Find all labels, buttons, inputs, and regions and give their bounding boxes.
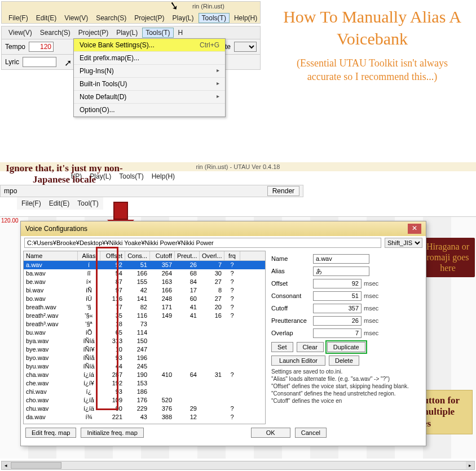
annotation-hiragana: Hiragana or romaji goes here: [421, 238, 475, 277]
edit-freq-map-button[interactable]: Edit freq. map: [25, 428, 76, 438]
horizontal-scrollbar[interactable]: ◂ ▸: [1, 461, 475, 470]
col-alias[interactable]: Alias: [78, 251, 100, 260]
col-overlap[interactable]: Overl...: [200, 251, 224, 260]
menu-search[interactable]: Search(S): [92, 13, 130, 23]
dropdown-builtin-tools[interactable]: Built-in Tools(U) ▸: [74, 78, 225, 91]
scrollbar-thumb[interactable]: [11, 462, 61, 469]
table-row[interactable]: bi.wavíÑ9742166178?: [24, 286, 265, 295]
sample-list: Name Alias Offset Cons... Cutoff Preut..…: [23, 251, 266, 424]
menu-tools[interactable]: Tools(T): [199, 13, 230, 23]
unit-msec: msec: [364, 292, 378, 299]
menu2-search[interactable]: Search(S): [37, 28, 74, 38]
col-cutoff[interactable]: Cutoff: [150, 251, 175, 260]
table-row[interactable]: chi.waví¿93186: [24, 388, 265, 396]
tempo-input[interactable]: [29, 42, 54, 52]
menu3-help[interactable]: Help(H): [148, 171, 178, 181]
render-button[interactable]: Render: [267, 186, 299, 196]
menu2-project[interactable]: Project(P): [75, 28, 112, 38]
help-text: Settings are saved to oto.ini. "Alias" l…: [271, 368, 422, 405]
unit-msec: msec: [364, 330, 378, 336]
cutoff-field[interactable]: [313, 304, 362, 313]
unit-msec: msec: [364, 305, 378, 312]
alias-field[interactable]: [313, 266, 369, 276]
scroll-right-icon[interactable]: ▸: [466, 461, 474, 469]
table-row[interactable]: che.waví¿í¥192153: [24, 379, 265, 388]
name-field[interactable]: [313, 254, 369, 264]
unit-msec: msec: [364, 280, 378, 287]
alias-label: Alias: [271, 268, 313, 274]
note-select[interactable]: [234, 42, 257, 52]
dropdown-edit-prefix-map[interactable]: Edit prefix.map(E)...: [74, 52, 225, 65]
dropdown-item-label: Voice Bank Settings(S)...: [80, 41, 155, 49]
dropdown-voice-bank-settings[interactable]: Voice Bank Settings(S)... Ctrl+G: [74, 39, 225, 52]
table-row[interactable]: byu.wavíÑíä44245: [24, 362, 265, 371]
menu2-h[interactable]: H: [175, 28, 187, 38]
inner-menu-file[interactable]: File(F): [18, 198, 45, 208]
col-frq[interactable]: frq: [224, 251, 240, 260]
table-row[interactable]: bye.wavíÑí¥10247: [24, 345, 265, 354]
preutterance-field[interactable]: [313, 316, 362, 326]
menubar-1: File(F) Edit(E) View(V) Search(S) Projec…: [5, 13, 261, 23]
set-button[interactable]: Set: [271, 342, 293, 352]
duplicate-button[interactable]: Duplicate: [327, 342, 365, 352]
menu-project[interactable]: Project(P): [131, 13, 168, 23]
launch-editor-button[interactable]: Launch Editor: [271, 356, 325, 366]
tutorial-subtitle: (Essential UTAU Toolkit isn't always acc…: [282, 56, 462, 84]
table-row[interactable]: breath.wav'§77821714120?: [24, 303, 265, 312]
consonant-label: Consonant: [271, 292, 313, 299]
table-row[interactable]: da.waví¾2214338812?: [24, 413, 265, 421]
table-row[interactable]: cho.waví¿íå109176520: [24, 396, 265, 405]
unit-msec: msec: [364, 317, 378, 324]
col-consonant[interactable]: Cons...: [125, 251, 150, 260]
dropdown-note-default[interactable]: Note Default(D) ▸: [74, 91, 225, 104]
dialog-title: Voice Configurations: [25, 225, 87, 233]
table-row[interactable]: be.waví×871551638427?: [24, 278, 265, 286]
overlap-field[interactable]: [313, 328, 362, 338]
lyric-input[interactable]: [23, 57, 56, 67]
tempo-label: Tempo: [5, 43, 25, 51]
menu-file[interactable]: File(F): [5, 13, 32, 23]
close-button[interactable]: ✕: [408, 224, 421, 234]
cancel-button[interactable]: Cancel: [295, 428, 327, 438]
offset-field[interactable]: [313, 279, 362, 288]
dropdown-plug-ins[interactable]: Plug-Ins(N) ▸: [74, 65, 225, 78]
table-row[interactable]: ba.wavíî541662646830?: [24, 269, 265, 278]
table-row[interactable]: bya.wavíÑíá313150: [24, 337, 265, 345]
tempo-fragment: mpo Render: [0, 185, 303, 197]
clear-button[interactable]: Clear: [297, 342, 324, 352]
menu-help[interactable]: Help(H): [231, 13, 261, 23]
menu-edit[interactable]: Edit(E): [33, 13, 60, 23]
encoding-select[interactable]: Shift_JIS: [385, 238, 422, 248]
name-label: Name: [271, 255, 313, 262]
list-rows[interactable]: a.waví9251357267?ba.wavíî541662646830?be…: [24, 261, 265, 424]
table-row[interactable]: breath².wav'§«351161494116?: [24, 312, 265, 320]
menu-play[interactable]: Play(L): [169, 13, 197, 23]
consonant-field[interactable]: [313, 291, 362, 301]
col-preutterance[interactable]: Preut...: [175, 251, 200, 260]
menu2-view[interactable]: View(V): [5, 28, 36, 38]
col-name[interactable]: Name: [24, 251, 78, 260]
table-row[interactable]: cha.waví¿íá2871904106431?: [24, 371, 265, 379]
menu2-tools[interactable]: Tools(T): [142, 28, 173, 38]
inner-menu-tool[interactable]: Tool(T): [74, 198, 102, 208]
table-row[interactable]: a.waví9251357267?: [24, 261, 265, 269]
dropdown-option[interactable]: Option(O)...: [74, 104, 225, 117]
voicebank-path-input[interactable]: [24, 238, 381, 248]
ok-button[interactable]: OK: [251, 428, 290, 438]
table-row[interactable]: bo.wavíÚ1161412486027?: [24, 295, 265, 303]
col-offset[interactable]: Offset: [100, 251, 125, 260]
menu2-play[interactable]: Play(L): [113, 28, 141, 38]
init-freq-map-button[interactable]: Initialize freq. map: [81, 428, 143, 438]
delete-button[interactable]: Delete: [329, 356, 359, 366]
table-row[interactable]: bu.wavíÕ65114: [24, 328, 265, 337]
menu-view[interactable]: View(V): [61, 13, 91, 23]
tutorial-heading-block: How To Manually Alias A Voicebank (Essen…: [282, 6, 462, 84]
detail-pane: Name Alias Offsetmsec Consonantmsec Cuto…: [268, 250, 426, 425]
top-window-strip: rin (Rin.ust) File(F) Edit(E) View(V) Se…: [1, 1, 261, 24]
inner-menu-edit[interactable]: Edit(E): [46, 198, 73, 208]
table-row[interactable]: breath³.wav'§ª1873: [24, 320, 265, 328]
scroll-left-icon[interactable]: ◂: [2, 461, 10, 469]
table-row[interactable]: byo.wavíÑíå93196: [24, 354, 265, 362]
dialog-titlebar[interactable]: Voice Configurations ✕: [21, 221, 426, 236]
table-row[interactable]: chu.waví¿íä9022937629?: [24, 405, 265, 413]
